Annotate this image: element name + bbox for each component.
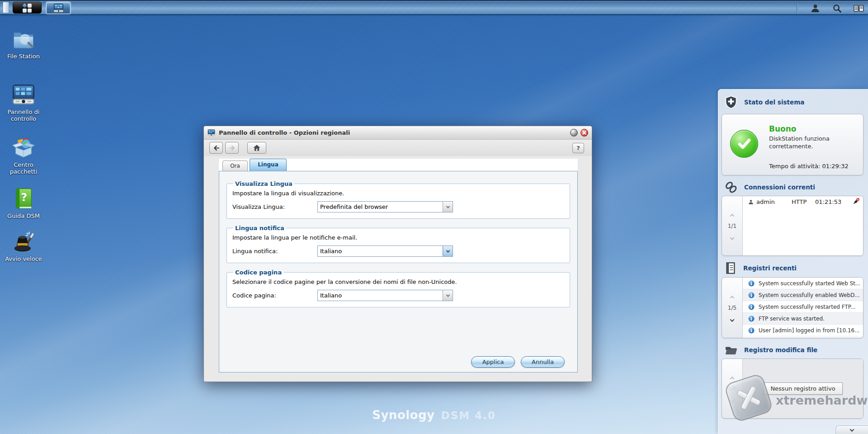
select-trigger[interactable] (443, 202, 453, 212)
help-button[interactable]: ? (572, 143, 584, 153)
group-description: Impostare la lingua per le notifiche e-m… (232, 234, 564, 241)
desktop-icon-label: Avvio veloce (0, 255, 47, 262)
home-button[interactable] (247, 142, 266, 154)
pilot-view-button[interactable] (853, 3, 864, 14)
select-trigger[interactable] (443, 290, 453, 301)
disconnect-button[interactable] (853, 198, 859, 206)
connection-protocol: HTTP (792, 198, 815, 205)
desktop-icon-package-center[interactable]: Centro pacchetti (0, 136, 47, 175)
chevron-down-icon (730, 317, 735, 322)
connection-user: admin (756, 198, 792, 205)
dsm-version-label: DSM 4.0 (441, 410, 496, 421)
page-up-button[interactable] (731, 373, 734, 382)
close-button[interactable] (580, 129, 588, 137)
log-row[interactable]: System successfully enabled WebD... (743, 289, 863, 301)
notification-language-group: Lingua notifica Impostare la lingua per … (226, 225, 570, 263)
widget-title: Registro modifica file (744, 346, 817, 354)
forward-button[interactable] (225, 142, 239, 154)
show-desktop-button[interactable] (3, 2, 9, 13)
control-panel-icon (12, 83, 35, 106)
desktop-icon-control-panel[interactable]: Pannello di controllo (0, 83, 47, 123)
group-description: Selezionare il codice pagine per la conv… (232, 278, 564, 285)
log-row[interactable]: System successfully started Web St... (743, 278, 863, 289)
connections-list: admin HTTP 01:21:53 (743, 196, 863, 255)
file-log-empty-area: Nessun registro attivo (743, 359, 863, 418)
magic-hat-icon (12, 230, 35, 253)
status-ok-icon (730, 130, 758, 158)
system-status-panel: Buono DiskStation funziona correttamente… (722, 114, 863, 175)
desktop-icon-file-station[interactable]: File Station (0, 27, 47, 60)
log-row[interactable]: FTP service was started. (743, 313, 863, 325)
desktop-icon-dsm-help[interactable]: ? Guida DSM (0, 187, 47, 219)
desktop-icon-quick-start[interactable]: Avvio veloce (0, 230, 47, 262)
menu-grid-icon (22, 3, 27, 8)
desktop-icon-label: File Station (0, 53, 47, 60)
field-label: Codice pagina: (232, 292, 317, 299)
pager-label: 1/1 (728, 223, 736, 229)
folder-icon (724, 343, 738, 357)
codepage-select[interactable]: Italiano (317, 290, 453, 301)
tab-lingua[interactable]: Lingua (250, 159, 287, 171)
desktop-background: File Station Pannello di controllo (0, 0, 868, 434)
field-label: Visualizza Lingua: (232, 203, 317, 210)
page-up-button[interactable] (731, 210, 734, 219)
synology-logo: Synology (372, 408, 434, 422)
taskbar-item-control-panel[interactable] (46, 2, 71, 14)
tab-ora[interactable]: Ora (222, 160, 248, 171)
menu-grid-icon (28, 9, 32, 13)
chevron-down-icon (446, 293, 449, 297)
menu-grid-icon (28, 4, 32, 8)
user-menu-button[interactable] (809, 3, 821, 14)
search-button[interactable] (831, 3, 843, 14)
tab-strip: Ora Lingua (219, 159, 578, 171)
pager-label: 1/5 (728, 305, 736, 311)
file-change-log-header: Registro modifica file (724, 343, 817, 357)
log-text: FTP service was started. (759, 316, 825, 322)
pager-label: 0/0 (728, 386, 736, 392)
main-menu-button[interactable] (13, 2, 42, 14)
widget-title: Stato del sistema (744, 99, 804, 106)
notification-language-select[interactable]: Italiano (317, 245, 453, 257)
select-trigger[interactable] (443, 246, 453, 256)
minimize-button[interactable] (570, 129, 578, 137)
log-row[interactable]: User [admin] logged in from [10.16... (743, 325, 863, 336)
sidebar-collapse-button[interactable] (835, 425, 868, 434)
uptime-label: Tempo di attività: 01:29:32 (769, 163, 849, 170)
window-toolbar: ? (204, 140, 592, 156)
log-text: System successfully restarted FTP... (759, 304, 856, 310)
apply-button[interactable]: Applica (471, 356, 515, 368)
book-question-glyph: ? (21, 191, 27, 204)
window-titlebar[interactable]: Pannello di controllo - Opzioni regional… (204, 126, 592, 140)
recent-logs-header: Registri recenti (724, 262, 797, 274)
connection-time: 01:21:53 (815, 198, 841, 205)
display-language-select[interactable]: Predefinita del browser (317, 201, 453, 212)
back-button[interactable] (209, 142, 223, 154)
file-change-log-panel: 0/0 Nessun registro attivo (722, 359, 863, 419)
info-icon (748, 280, 755, 287)
page-up-button[interactable] (731, 292, 734, 301)
taskbar-divider (797, 3, 797, 14)
chevron-up-icon (730, 213, 735, 218)
connections-pager: 1/1 (722, 196, 743, 255)
pilot-view-icon (854, 4, 864, 13)
log-row[interactable]: System successfully restarted FTP... (743, 301, 863, 313)
chevron-up-icon (730, 295, 735, 300)
recent-logs-panel: 1/5 System successfully started Web St..… (722, 277, 863, 338)
desktop-icon-label: Centro pacchetti (0, 161, 47, 175)
page-down-button[interactable] (731, 233, 734, 242)
close-icon (582, 131, 586, 135)
connection-row[interactable]: admin HTTP 01:21:53 (743, 196, 863, 208)
menu-grid-icon (23, 9, 27, 13)
shield-icon (724, 95, 738, 109)
page-down-button[interactable] (731, 396, 734, 405)
select-value: Italiano (320, 292, 342, 299)
page-down-button[interactable] (731, 315, 734, 324)
chevron-down-icon (730, 236, 735, 240)
help-book-icon: ? (12, 187, 35, 210)
info-icon (748, 327, 755, 334)
link-icon (724, 180, 738, 194)
control-panel-icon (53, 3, 64, 13)
select-value: Italiano (320, 248, 342, 255)
cancel-button[interactable]: Annulla (521, 356, 565, 368)
chevron-down-icon (850, 427, 854, 432)
